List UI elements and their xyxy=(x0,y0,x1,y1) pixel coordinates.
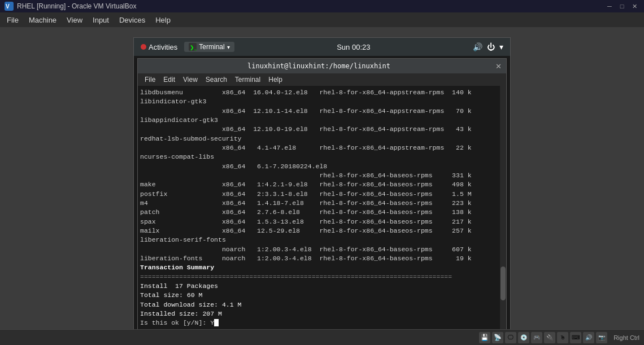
minimize-button[interactable]: ─ xyxy=(604,1,615,11)
vm-window: Activities ❯_ Terminal ▾ Sun 00:23 🔊 ⏻ xyxy=(133,37,511,329)
term-menu-edit[interactable]: Edit xyxy=(160,75,179,84)
activities-dot xyxy=(141,44,146,50)
speaker-icon: 🔊 xyxy=(473,42,482,51)
terminal-line: rhel-8-for-x86_64-baseos-rpms 331 k xyxy=(140,171,503,180)
terminal-prompt[interactable]: Is this ok [y/N]: Y xyxy=(140,318,503,327)
status-icon-8[interactable]: 🔊 xyxy=(583,332,594,343)
vm-topbar-left: Activities ❯_ Terminal ▾ xyxy=(141,42,234,52)
titlebar-left: V RHEL [Running] - Oracle VM VirtualBox xyxy=(5,2,136,11)
main-area: Activities ❯_ Terminal ▾ Sun 00:23 🔊 ⏻ xyxy=(0,27,644,329)
status-icon-1[interactable]: 📡 xyxy=(492,332,503,343)
activities-button[interactable]: Activities xyxy=(141,43,177,51)
terminal-icon: ❯_ xyxy=(189,43,197,51)
power-icon: ⏻ xyxy=(487,42,495,51)
menu-view[interactable]: View xyxy=(62,15,87,25)
terminal-window: linuxhint@linuxhint:/home/linuxhint ✕ Fi… xyxy=(137,58,507,329)
status-icon-2[interactable]: 🖵 xyxy=(505,332,516,343)
status-icon-3[interactable]: 💿 xyxy=(518,332,529,343)
restore-button[interactable]: □ xyxy=(617,1,627,11)
terminal-line: ========================================… xyxy=(140,273,503,282)
scrollbar-thumb[interactable] xyxy=(501,267,506,300)
svg-text:V: V xyxy=(6,3,10,10)
menu-file[interactable]: File xyxy=(2,15,23,25)
terminal-line: Transaction Summary xyxy=(140,263,503,272)
terminal-line: Install 17 Packages xyxy=(140,282,503,291)
terminal-line: x86_64 6.1-7.20180224.el8 xyxy=(140,162,503,171)
menu-input[interactable]: Input xyxy=(88,15,114,25)
term-menu-search[interactable]: Search xyxy=(202,75,230,84)
terminal-line: redhat-lsb-submod-security xyxy=(140,134,503,143)
terminal-line: libappindicator-gtk3 xyxy=(140,116,503,125)
term-menu-view[interactable]: View xyxy=(180,75,201,84)
activities-label: Activities xyxy=(149,43,177,51)
terminal-title-text: linuxhint@linuxhint:/home/linuxhint xyxy=(142,62,495,70)
terminal-line: x86_64 12.10.1-14.el8 rhel-8-for-x86_64-… xyxy=(140,107,503,116)
terminal-line: spax x86_64 1.5.3-13.el8 rhel-8-for-x86_… xyxy=(140,217,503,226)
terminal-line: Total download size: 4.1 M xyxy=(140,300,503,309)
virtualbox-icon: V xyxy=(5,2,14,11)
terminal-line: libindicator-gtk3 xyxy=(140,97,503,106)
window-title: RHEL [Running] - Oracle VM VirtualBox xyxy=(17,2,136,10)
terminal-line: libdbusmenu x86_64 16.04.0-12.el8 rhel-8… xyxy=(140,88,503,97)
terminal-close-button[interactable]: ✕ xyxy=(495,62,502,71)
terminal-line: x86_64 4.1-47.el8 rhel-8-for-x86_64-apps… xyxy=(140,143,503,152)
status-icon-0[interactable]: 💾 xyxy=(479,332,490,343)
terminal-line: x86_64 12.10.0-19.el8 rhel-8-for-x86_64-… xyxy=(140,125,503,134)
app: V RHEL [Running] - Oracle VM VirtualBox … xyxy=(0,0,644,345)
terminal-line: make x86_64 1:4.2.1-9.el8 rhel-8-for-x86… xyxy=(140,180,503,189)
terminal-line: liberation-serif-fonts xyxy=(140,235,503,244)
terminal-line: liberation-fonts noarch 1:2.00.3-4.el8 r… xyxy=(140,254,503,263)
titlebar: V RHEL [Running] - Oracle VM VirtualBox … xyxy=(0,0,644,12)
status-icon-6[interactable]: 🖱 xyxy=(557,332,568,343)
terminal-line: noarch 1:2.00.3-4.el8 rhel-8-for-x86_64-… xyxy=(140,245,503,254)
terminal-chevron: ▾ xyxy=(227,44,230,50)
term-menu-help[interactable]: Help xyxy=(265,75,286,84)
scrollbar[interactable] xyxy=(500,86,506,329)
titlebar-controls: ─ □ ✕ xyxy=(604,1,639,11)
close-button[interactable]: ✕ xyxy=(629,1,639,11)
vm-topbar-right: 🔊 ⏻ ▾ xyxy=(473,42,503,51)
vbox-statusbar: 💾 📡 🖵 💿 🎮 🔌 🖱 ⌨ 🔊 📷 Right Ctrl xyxy=(0,329,644,345)
vm-topbar: Activities ❯_ Terminal ▾ Sun 00:23 🔊 ⏻ xyxy=(134,38,510,56)
right-ctrl-label: Right Ctrl xyxy=(613,334,639,341)
terminal-button[interactable]: ❯_ Terminal ▾ xyxy=(184,42,234,52)
terminal-btn-label: Terminal xyxy=(199,43,224,51)
terminal-line: patch x86_64 2.7.6-8.el8 rhel-8-for-x86_… xyxy=(140,208,503,217)
topbar-arrow: ▾ xyxy=(499,42,503,51)
terminal-line: postfix x86_64 2:3.3.1-8.el8 rhel-8-for-… xyxy=(140,190,503,199)
menubar: File Machine View Input Devices Help xyxy=(0,12,644,27)
term-menu-file[interactable]: File xyxy=(141,75,159,84)
terminal-output[interactable]: libdbusmenu x86_64 16.04.0-12.el8 rhel-8… xyxy=(138,86,506,329)
terminal-line: Installed size: 207 M xyxy=(140,309,503,318)
term-menu-terminal[interactable]: Terminal xyxy=(232,75,264,84)
status-icon-7[interactable]: ⌨ xyxy=(570,332,581,343)
svg-text:❯_: ❯_ xyxy=(190,45,197,51)
status-icon-4[interactable]: 🎮 xyxy=(531,332,542,343)
status-icon-9[interactable]: 📷 xyxy=(596,332,607,343)
menu-help[interactable]: Help xyxy=(151,15,175,25)
terminal-line: Total size: 60 M xyxy=(140,291,503,300)
menu-machine[interactable]: Machine xyxy=(24,15,61,25)
terminal-menu: File Edit View Search Terminal Help xyxy=(138,73,506,86)
terminal-line: m4 x86_64 1.4.18-7.el8 rhel-8-for-x86_64… xyxy=(140,199,503,208)
terminal-line: ncurses-compat-libs xyxy=(140,152,503,161)
terminal-titlebar: linuxhint@linuxhint:/home/linuxhint ✕ xyxy=(138,59,506,73)
status-icon-5[interactable]: 🔌 xyxy=(544,332,555,343)
terminal-line: mailx x86_64 12.5-29.el8 rhel-8-for-x86_… xyxy=(140,226,503,235)
vm-clock: Sun 00:23 xyxy=(337,43,370,51)
menu-devices[interactable]: Devices xyxy=(115,15,150,25)
